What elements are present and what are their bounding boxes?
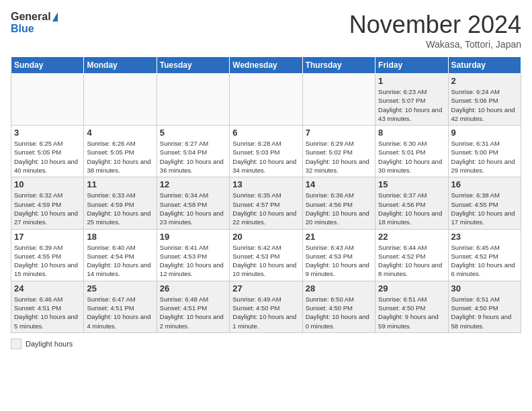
day-number: 12 (160, 179, 226, 189)
day-info: Sunrise: 6:30 AM Sunset: 5:01 PM Dayligh… (378, 139, 445, 175)
logo: General Blue (11, 11, 58, 35)
day-number: 15 (378, 179, 445, 189)
calendar-cell (302, 74, 375, 126)
calendar-cell: 11Sunrise: 6:33 AM Sunset: 4:59 PM Dayli… (84, 177, 157, 229)
calendar-cell: 19Sunrise: 6:41 AM Sunset: 4:53 PM Dayli… (157, 229, 229, 281)
calendar-cell: 24Sunrise: 6:46 AM Sunset: 4:51 PM Dayli… (11, 281, 84, 332)
day-info: Sunrise: 6:49 AM Sunset: 4:50 PM Dayligh… (232, 295, 299, 330)
calendar-cell (84, 74, 157, 126)
day-number: 28 (306, 283, 372, 293)
footer: Daylight hours (11, 338, 521, 349)
calendar-cell: 12Sunrise: 6:34 AM Sunset: 4:58 PM Dayli… (157, 177, 229, 229)
day-number: 14 (306, 179, 372, 189)
day-number: 24 (14, 283, 81, 293)
day-number: 19 (160, 232, 226, 242)
day-info: Sunrise: 6:23 AM Sunset: 5:07 PM Dayligh… (378, 87, 445, 123)
calendar-col-header: Sunday (11, 57, 84, 74)
day-info: Sunrise: 6:32 AM Sunset: 4:59 PM Dayligh… (14, 191, 81, 226)
calendar-cell: 13Sunrise: 6:35 AM Sunset: 4:57 PM Dayli… (230, 177, 302, 229)
day-number: 8 (378, 128, 445, 138)
calendar-week-row: 24Sunrise: 6:46 AM Sunset: 4:51 PM Dayli… (11, 281, 521, 332)
day-number: 29 (378, 283, 445, 293)
day-number: 30 (451, 283, 518, 293)
day-number: 22 (378, 232, 445, 242)
day-info: Sunrise: 6:46 AM Sunset: 4:51 PM Dayligh… (14, 295, 81, 330)
day-info: Sunrise: 6:31 AM Sunset: 5:00 PM Dayligh… (451, 139, 518, 175)
calendar-week-row: 10Sunrise: 6:32 AM Sunset: 4:59 PM Dayli… (11, 177, 521, 229)
day-number: 23 (451, 232, 518, 242)
day-number: 18 (87, 232, 153, 242)
day-info: Sunrise: 6:48 AM Sunset: 4:51 PM Dayligh… (160, 295, 226, 330)
calendar-col-header: Saturday (448, 57, 521, 74)
day-number: 21 (306, 232, 372, 242)
calendar-cell (230, 74, 302, 126)
day-info: Sunrise: 6:51 AM Sunset: 4:50 PM Dayligh… (451, 295, 518, 330)
calendar-col-header: Thursday (302, 57, 375, 74)
day-info: Sunrise: 6:26 AM Sunset: 5:05 PM Dayligh… (87, 139, 153, 175)
day-number: 5 (160, 128, 226, 138)
day-number: 10 (14, 179, 81, 189)
calendar-cell (157, 74, 229, 126)
calendar-cell: 2Sunrise: 6:24 AM Sunset: 5:06 PM Daylig… (448, 74, 521, 126)
day-info: Sunrise: 6:28 AM Sunset: 5:03 PM Dayligh… (232, 139, 299, 175)
day-number: 1 (378, 76, 445, 86)
day-info: Sunrise: 6:33 AM Sunset: 4:59 PM Dayligh… (87, 191, 153, 226)
calendar-cell: 30Sunrise: 6:51 AM Sunset: 4:50 PM Dayli… (448, 281, 521, 332)
calendar-header-row: SundayMondayTuesdayWednesdayThursdayFrid… (11, 57, 521, 74)
calendar-cell: 15Sunrise: 6:37 AM Sunset: 4:56 PM Dayli… (375, 177, 448, 229)
day-number: 4 (87, 128, 153, 138)
calendar-cell: 25Sunrise: 6:47 AM Sunset: 4:51 PM Dayli… (84, 281, 157, 332)
calendar-cell: 22Sunrise: 6:44 AM Sunset: 4:52 PM Dayli… (375, 229, 448, 281)
calendar-cell: 23Sunrise: 6:45 AM Sunset: 4:52 PM Dayli… (448, 229, 521, 281)
day-info: Sunrise: 6:45 AM Sunset: 4:52 PM Dayligh… (451, 243, 518, 279)
day-info: Sunrise: 6:44 AM Sunset: 4:52 PM Dayligh… (378, 243, 445, 279)
calendar-cell: 1Sunrise: 6:23 AM Sunset: 5:07 PM Daylig… (375, 74, 448, 126)
calendar-cell: 9Sunrise: 6:31 AM Sunset: 5:00 PM Daylig… (448, 126, 521, 177)
day-number: 2 (451, 76, 518, 86)
calendar-cell: 10Sunrise: 6:32 AM Sunset: 4:59 PM Dayli… (11, 177, 84, 229)
calendar-cell: 6Sunrise: 6:28 AM Sunset: 5:03 PM Daylig… (230, 126, 302, 177)
day-number: 25 (87, 283, 153, 293)
calendar-cell: 7Sunrise: 6:29 AM Sunset: 5:02 PM Daylig… (302, 126, 375, 177)
day-number: 17 (14, 232, 81, 242)
calendar-cell: 8Sunrise: 6:30 AM Sunset: 5:01 PM Daylig… (375, 126, 448, 177)
day-info: Sunrise: 6:43 AM Sunset: 4:53 PM Dayligh… (306, 243, 372, 279)
daylight-swatch (11, 338, 21, 349)
calendar-col-header: Wednesday (230, 57, 302, 74)
day-info: Sunrise: 6:42 AM Sunset: 4:53 PM Dayligh… (232, 243, 299, 279)
calendar-week-row: 17Sunrise: 6:39 AM Sunset: 4:55 PM Dayli… (11, 229, 521, 281)
day-number: 6 (232, 128, 299, 138)
page-header: General Blue November 2024 Wakasa, Totto… (11, 11, 521, 50)
day-info: Sunrise: 6:36 AM Sunset: 4:56 PM Dayligh… (306, 191, 372, 226)
day-info: Sunrise: 6:27 AM Sunset: 5:04 PM Dayligh… (160, 139, 226, 175)
calendar-cell: 27Sunrise: 6:49 AM Sunset: 4:50 PM Dayli… (230, 281, 302, 332)
day-number: 16 (451, 179, 518, 189)
calendar-col-header: Tuesday (157, 57, 229, 74)
day-number: 20 (232, 232, 299, 242)
day-info: Sunrise: 6:51 AM Sunset: 4:50 PM Dayligh… (378, 295, 445, 330)
day-info: Sunrise: 6:47 AM Sunset: 4:51 PM Dayligh… (87, 295, 153, 330)
calendar-week-row: 1Sunrise: 6:23 AM Sunset: 5:07 PM Daylig… (11, 74, 521, 126)
day-number: 9 (451, 128, 518, 138)
day-number: 3 (14, 128, 81, 138)
day-number: 13 (232, 179, 299, 189)
calendar-table: SundayMondayTuesdayWednesdayThursdayFrid… (11, 56, 521, 333)
day-info: Sunrise: 6:34 AM Sunset: 4:58 PM Dayligh… (160, 191, 226, 226)
day-info: Sunrise: 6:24 AM Sunset: 5:06 PM Dayligh… (451, 87, 518, 123)
calendar-cell: 17Sunrise: 6:39 AM Sunset: 4:55 PM Dayli… (11, 229, 84, 281)
day-info: Sunrise: 6:41 AM Sunset: 4:53 PM Dayligh… (160, 243, 226, 279)
day-info: Sunrise: 6:50 AM Sunset: 4:50 PM Dayligh… (306, 295, 372, 330)
day-info: Sunrise: 6:29 AM Sunset: 5:02 PM Dayligh… (306, 139, 372, 175)
title-block: November 2024 Wakasa, Tottori, Japan (349, 11, 521, 50)
calendar-cell: 21Sunrise: 6:43 AM Sunset: 4:53 PM Dayli… (302, 229, 375, 281)
logo-blue: Blue (11, 23, 58, 35)
calendar-cell: 5Sunrise: 6:27 AM Sunset: 5:04 PM Daylig… (157, 126, 229, 177)
calendar-cell: 4Sunrise: 6:26 AM Sunset: 5:05 PM Daylig… (84, 126, 157, 177)
calendar-cell: 29Sunrise: 6:51 AM Sunset: 4:50 PM Dayli… (375, 281, 448, 332)
calendar-cell: 28Sunrise: 6:50 AM Sunset: 4:50 PM Dayli… (302, 281, 375, 332)
calendar-cell: 3Sunrise: 6:25 AM Sunset: 5:05 PM Daylig… (11, 126, 84, 177)
calendar-col-header: Monday (84, 57, 157, 74)
calendar-col-header: Friday (375, 57, 448, 74)
day-info: Sunrise: 6:39 AM Sunset: 4:55 PM Dayligh… (14, 243, 81, 279)
daylight-label: Daylight hours (26, 340, 73, 348)
